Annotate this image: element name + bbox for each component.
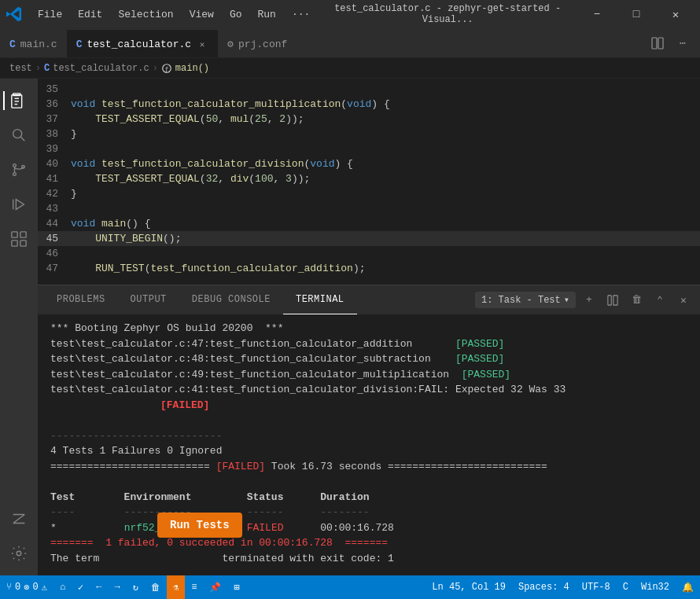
svg-rect-19	[20, 241, 26, 246]
add-terminal-button[interactable]: +	[579, 290, 599, 311]
more-actions-button[interactable]: ⋯	[672, 32, 694, 54]
tab-close-icon[interactable]: ✕	[196, 38, 208, 50]
git-branch-icon: ⑂	[6, 582, 12, 593]
status-check[interactable]: ✓	[72, 575, 90, 599]
status-bar-right: Ln 45, Col 19 Spaces: 4 UTF-8 C Win32 🔔	[426, 575, 700, 599]
code-line: 35	[38, 82, 700, 97]
chevron-down-icon: ▾	[564, 294, 569, 306]
status-list[interactable]: ≡	[185, 575, 203, 599]
status-encoding-label: UTF-8	[582, 582, 610, 593]
status-bar: ⑂ 0 ⊗ 0 ⚠ ⌂ ✓ ← → ↻ 🗑 ⚗ ≡ 📌	[0, 575, 700, 599]
activity-bar	[0, 79, 38, 575]
activity-explorer[interactable]	[3, 85, 35, 116]
pin-icon: 📌	[209, 582, 221, 593]
status-ln-col[interactable]: Ln 45, Col 19	[426, 575, 512, 599]
menu-edit[interactable]: Edit	[72, 6, 109, 24]
terminal-line: [FAILED]	[50, 398, 687, 413]
refresh-icon: ↻	[133, 582, 138, 593]
svg-rect-0	[652, 38, 657, 49]
code-line-45: 45 UNITY_BEGIN();	[38, 231, 700, 246]
code-line: 37 TEST_ASSERT_EQUAL(50, mul(25, 2));	[38, 112, 700, 127]
activity-run[interactable]	[3, 189, 35, 220]
status-pin[interactable]: 📌	[203, 575, 227, 599]
terminal-line	[50, 474, 687, 490]
minimize-button[interactable]: −	[579, 2, 615, 26]
activity-settings[interactable]	[3, 538, 35, 569]
panel-tabs: PROBLEMS OUTPUT DEBUG CONSOLE TERMINAL 1…	[38, 285, 700, 314]
status-run[interactable]: ⚗	[167, 575, 185, 599]
status-platform-label: Win32	[641, 582, 669, 593]
status-nav-fwd[interactable]: →	[109, 575, 127, 599]
close-button[interactable]: ✕	[658, 2, 694, 26]
status-home[interactable]: ⌂	[53, 575, 72, 599]
editor-area: 35 36 void test_function_calculator_mult…	[38, 79, 700, 575]
menu-go[interactable]: Go	[223, 6, 249, 24]
activity-search[interactable]	[3, 119, 35, 151]
status-refresh[interactable]: ↻	[127, 575, 145, 599]
tab-test-calculator[interactable]: C test_calculator.c ✕	[67, 30, 218, 57]
activity-extensions[interactable]	[3, 223, 35, 255]
run-tests-button[interactable]: Run Tests	[157, 513, 242, 538]
tab-output[interactable]: OUTPUT	[118, 285, 179, 314]
kill-terminal-button[interactable]: 🗑	[626, 290, 647, 311]
activity-zephyr[interactable]	[3, 503, 35, 535]
terminal-line: ----------------------------	[50, 428, 687, 444]
status-bar-left: ⑂ 0 ⊗ 0 ⚠ ⌂ ✓ ← → ↻ 🗑 ⚗ ≡ 📌	[0, 575, 246, 599]
status-bell[interactable]: 🔔	[676, 575, 700, 599]
code-line: 43	[38, 201, 700, 216]
list-icon: ≡	[191, 582, 197, 593]
split-editor-button[interactable]	[647, 32, 669, 54]
terminal-line	[50, 413, 687, 428]
status-nav-back[interactable]: ←	[90, 575, 108, 599]
terminal-header-line: Test Environment Status Duration	[50, 490, 687, 505]
window-controls: − □ ✕	[579, 2, 694, 26]
terminal-line: ---- ----------- ------ --------	[50, 505, 687, 520]
tab-debug-console[interactable]: DEBUG CONSOLE	[179, 285, 283, 314]
svg-marker-14	[16, 200, 24, 210]
title-bar-left: File Edit Selection View Go Run ···	[6, 6, 316, 24]
tab-label: test_calculator.c	[87, 39, 191, 50]
menu-bar: File Edit Selection View Go Run ···	[31, 6, 316, 24]
menu-view[interactable]: View	[183, 6, 220, 24]
code-line: 40 void test_function_calculator_divisio…	[38, 156, 700, 171]
code-editor[interactable]: 35 36 void test_function_calculator_mult…	[38, 79, 700, 575]
menu-file[interactable]: File	[31, 6, 68, 24]
terminal-selector[interactable]: 1: Task - Test ▾	[475, 292, 576, 308]
tab-terminal[interactable]: TERMINAL	[283, 285, 357, 314]
status-ln-col-label: Ln 45, Col 19	[432, 582, 506, 593]
svg-rect-22	[613, 295, 617, 304]
status-spaces[interactable]: Spaces: 4	[512, 575, 576, 599]
tab-problems[interactable]: PROBLEMS	[44, 285, 118, 314]
code-line: 36 void test_function_calculator_multipl…	[38, 97, 700, 112]
status-encoding[interactable]: UTF-8	[576, 575, 617, 599]
code-line: 42 }	[38, 186, 700, 201]
terminal-panel: PROBLEMS OUTPUT DEBUG CONSOLE TERMINAL 1…	[38, 285, 700, 575]
tab-bar: C main.c C test_calculator.c ✕ ⚙ prj.con…	[0, 28, 700, 58]
status-terminal[interactable]: ⊞	[227, 575, 245, 599]
tab-prj-conf[interactable]: ⚙ prj.conf	[218, 30, 297, 57]
activity-bar-bottom	[3, 503, 35, 575]
gear-file-icon: ⚙	[227, 38, 234, 50]
split-terminal-button[interactable]	[602, 290, 623, 311]
bell-icon: 🔔	[682, 582, 694, 593]
terminal-icon: ⊞	[234, 582, 239, 593]
tab-main-c[interactable]: C main.c	[0, 30, 67, 57]
maximize-button[interactable]: □	[618, 2, 654, 26]
status-lang[interactable]: C	[617, 575, 635, 599]
svg-point-12	[13, 173, 17, 176]
status-branch[interactable]: ⑂ 0 ⊗ 0 ⚠	[0, 575, 53, 599]
terminal-line: ======= 1 failed, 0 succeeded in 00:00:1…	[50, 535, 687, 551]
svg-rect-21	[608, 295, 611, 304]
menu-more[interactable]: ···	[286, 6, 316, 24]
function-icon: ƒ	[161, 63, 172, 74]
maximize-panel-button[interactable]: ⌃	[650, 290, 670, 311]
terminal-output[interactable]: *** Booting Zephyr OS build 20200 *** te…	[38, 314, 700, 575]
close-panel-button[interactable]: ✕	[673, 290, 694, 311]
status-platform[interactable]: Win32	[635, 575, 676, 599]
status-trash[interactable]: 🗑	[145, 575, 167, 599]
svg-rect-1	[658, 38, 663, 49]
title-bar: File Edit Selection View Go Run ··· test…	[0, 0, 700, 28]
menu-selection[interactable]: Selection	[112, 6, 179, 24]
activity-git[interactable]	[3, 154, 35, 186]
menu-run[interactable]: Run	[251, 6, 282, 24]
